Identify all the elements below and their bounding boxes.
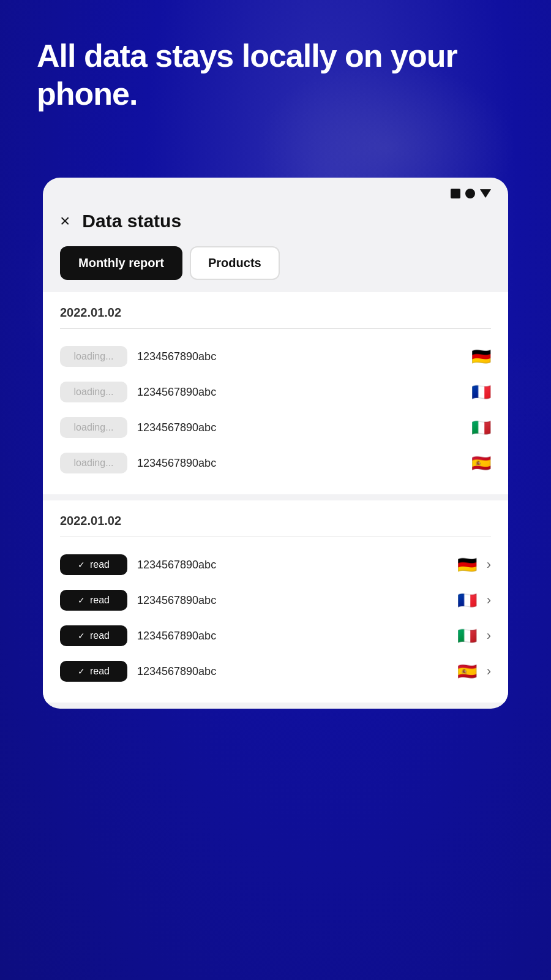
tab-products[interactable]: Products <box>190 246 280 280</box>
circle-icon <box>465 189 475 198</box>
list-item[interactable]: ✓ read 1234567890abc 🇩🇪 › <box>60 547 491 582</box>
flag-icon: 🇫🇷 <box>457 591 477 610</box>
status-badge: loading... <box>60 417 127 438</box>
check-icon: ✓ <box>78 666 85 676</box>
list-item[interactable]: ✓ read 1234567890abc 🇫🇷 › <box>60 582 491 618</box>
section-2-date: 2022.01.02 <box>60 514 491 528</box>
chevron-right-icon: › <box>487 628 491 644</box>
title-row: × Data status <box>43 205 508 246</box>
list-item: loading... 1234567890abc 🇫🇷 <box>60 374 491 410</box>
data-code: 1234567890abc <box>137 630 448 643</box>
data-code: 1234567890abc <box>137 665 448 678</box>
list-item: loading... 1234567890abc 🇮🇹 <box>60 410 491 445</box>
list-item[interactable]: ✓ read 1234567890abc 🇮🇹 › <box>60 618 491 654</box>
card-header <box>43 178 508 205</box>
data-code: 1234567890abc <box>137 350 462 363</box>
status-badge-read: ✓ read <box>60 590 127 611</box>
status-badge: loading... <box>60 346 127 367</box>
section-2: 2022.01.02 ✓ read 1234567890abc 🇩🇪 › ✓ r… <box>43 500 508 703</box>
hero-text: All data stays locally on your phone. <box>37 37 514 113</box>
section-1-divider <box>60 328 491 329</box>
flag-icon: 🇮🇹 <box>471 418 491 437</box>
tabs-row: Monthly report Products <box>43 246 508 292</box>
tab-monthly-report[interactable]: Monthly report <box>60 246 182 280</box>
flag-icon: 🇮🇹 <box>457 627 477 646</box>
check-icon: ✓ <box>78 631 85 641</box>
data-code: 1234567890abc <box>137 386 462 399</box>
close-button[interactable]: × <box>60 213 70 230</box>
data-code: 1234567890abc <box>137 559 448 571</box>
status-badge-read: ✓ read <box>60 554 127 575</box>
triangle-icon <box>480 189 491 198</box>
check-icon: ✓ <box>78 560 85 570</box>
list-item: loading... 1234567890abc 🇩🇪 <box>60 339 491 374</box>
section-2-divider <box>60 537 491 537</box>
list-item: loading... 1234567890abc 🇪🇸 <box>60 445 491 481</box>
data-code: 1234567890abc <box>137 594 448 607</box>
data-code: 1234567890abc <box>137 421 462 434</box>
flag-icon: 🇩🇪 <box>471 347 491 366</box>
status-badge-read: ✓ read <box>60 625 127 646</box>
flag-icon: 🇩🇪 <box>457 556 477 575</box>
flag-icon: 🇪🇸 <box>457 662 477 681</box>
check-icon: ✓ <box>78 595 85 605</box>
chevron-right-icon: › <box>487 592 491 608</box>
flag-icon: 🇪🇸 <box>471 454 491 473</box>
header-icons <box>451 189 491 198</box>
flag-icon: 🇫🇷 <box>471 383 491 402</box>
data-code: 1234567890abc <box>137 457 462 470</box>
page-title: Data status <box>82 211 181 232</box>
list-item[interactable]: ✓ read 1234567890abc 🇪🇸 › <box>60 654 491 689</box>
status-badge: loading... <box>60 382 127 402</box>
main-card: × Data status Monthly report Products 20… <box>43 178 508 709</box>
chevron-right-icon: › <box>487 557 491 573</box>
chevron-right-icon: › <box>487 663 491 679</box>
section-1-date: 2022.01.02 <box>60 306 491 320</box>
status-badge: loading... <box>60 453 127 473</box>
status-badge-read: ✓ read <box>60 661 127 682</box>
section-1: 2022.01.02 loading... 1234567890abc 🇩🇪 l… <box>43 292 508 494</box>
square-icon <box>451 189 460 198</box>
